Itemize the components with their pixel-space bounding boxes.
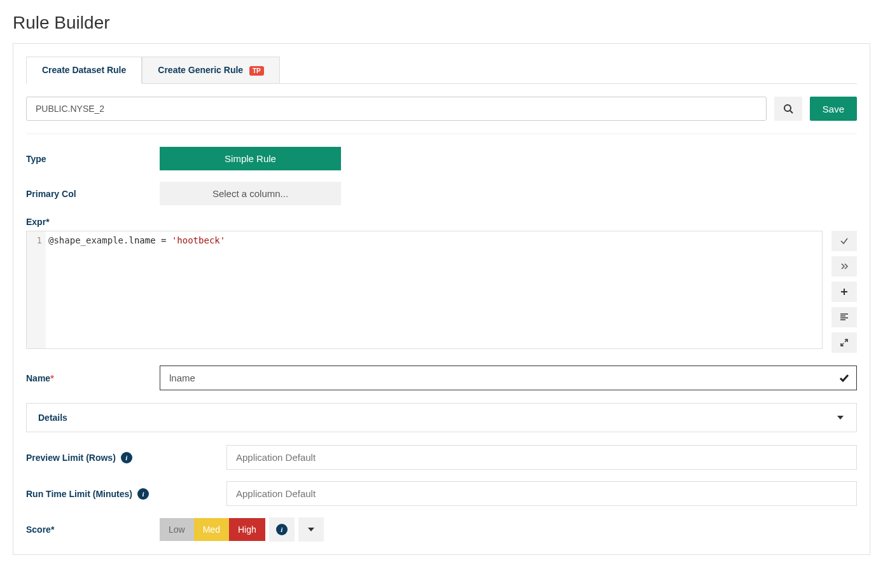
type-dropdown[interactable]: Simple Rule (160, 147, 341, 170)
caret-down-icon (307, 527, 315, 532)
score-low-button[interactable]: Low (160, 518, 194, 541)
check-icon (840, 236, 849, 245)
expr-code-editor[interactable]: 1 @shape_example.lname = 'hootbeck' (26, 231, 823, 349)
name-valid-icon (839, 373, 849, 383)
tabs: Create Dataset Rule Create Generic Rule … (26, 57, 857, 84)
tp-badge: TP (249, 66, 264, 76)
save-button[interactable]: Save (810, 97, 857, 121)
svg-marker-10 (837, 416, 844, 420)
format-button[interactable] (831, 307, 857, 327)
double-chevron-right-icon (840, 262, 849, 271)
name-label: Name* (26, 373, 160, 383)
info-icon[interactable]: i (137, 488, 149, 500)
forward-button[interactable] (831, 256, 857, 277)
score-med-button[interactable]: Med (194, 518, 229, 541)
tab-create-generic-rule[interactable]: Create Generic Rule TP (142, 57, 280, 83)
expr-label: Expr* (26, 217, 857, 227)
check-bold-icon (839, 373, 849, 383)
score-label: Score* (26, 524, 160, 535)
editor-content[interactable]: @shape_example.lname = 'hootbeck' (46, 231, 822, 348)
rule-builder-panel: Create Dataset Rule Create Generic Rule … (13, 43, 870, 555)
info-icon: i (276, 524, 288, 535)
score-info-button[interactable]: i (269, 517, 295, 542)
runtime-limit-input[interactable] (226, 481, 857, 506)
expand-icon (840, 339, 848, 346)
svg-marker-11 (308, 528, 314, 531)
preview-limit-input[interactable] (226, 445, 857, 470)
plus-icon (840, 288, 848, 296)
details-title: Details (38, 413, 67, 423)
primary-col-label: Primary Col (26, 189, 160, 199)
editor-gutter: 1 (27, 231, 46, 348)
primary-col-dropdown[interactable]: Select a column... (160, 182, 341, 205)
align-left-icon (840, 313, 849, 321)
tab-label: Create Dataset Rule (42, 65, 126, 75)
svg-point-0 (784, 105, 791, 111)
info-icon[interactable]: i (121, 452, 132, 463)
chevron-down-icon (836, 414, 845, 421)
tab-create-dataset-rule[interactable]: Create Dataset Rule (26, 57, 142, 84)
type-label: Type (26, 154, 160, 164)
runtime-limit-label: Run Time Limit (Minutes) i (26, 488, 226, 500)
tab-label: Create Generic Rule (158, 65, 243, 75)
editor-toolbar (831, 231, 857, 353)
score-dropdown-button[interactable] (298, 517, 324, 542)
preview-limit-label: Preview Limit (Rows) i (26, 452, 226, 463)
svg-line-1 (790, 111, 793, 113)
page-title: Rule Builder (13, 13, 870, 33)
validate-button[interactable] (831, 231, 857, 251)
add-button[interactable] (831, 282, 857, 302)
name-input[interactable] (160, 366, 857, 390)
search-icon (783, 104, 793, 114)
score-high-button[interactable]: High (229, 518, 265, 541)
details-accordion[interactable]: Details (26, 403, 857, 432)
expand-button[interactable] (831, 332, 857, 353)
search-button[interactable] (774, 97, 802, 121)
dataset-search-input[interactable] (26, 97, 767, 121)
